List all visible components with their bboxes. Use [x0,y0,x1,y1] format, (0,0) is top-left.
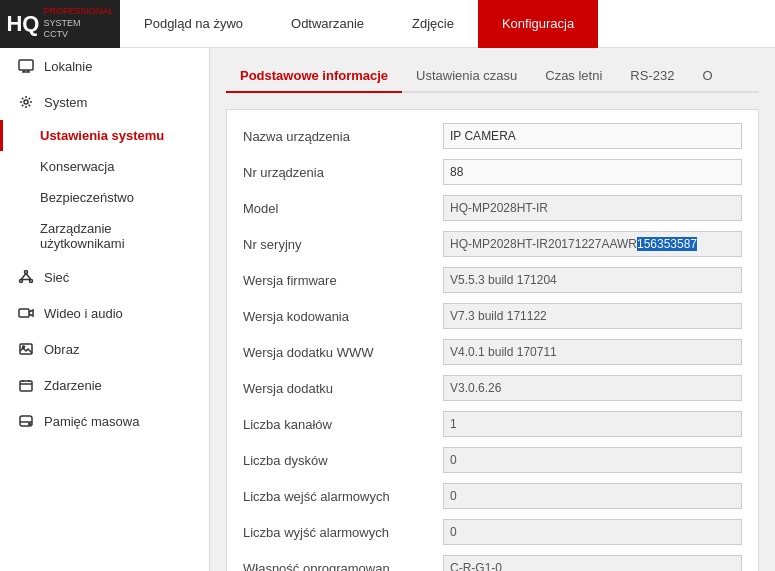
sidebar-item-zdarzenie[interactable]: Zdarzenie [0,367,209,403]
value-disks [443,447,742,473]
sidebar: Lokalnie System Ustawienia systemu Konse… [0,48,210,571]
serial-highlighted-text: 156353587 [637,237,697,251]
form-row-encoding: Wersja kodowania [243,302,742,330]
sidebar-sub-konserwacja[interactable]: Konserwacja [0,151,209,182]
value-serial: HQ-MP2028HT-IR20171227AAWR156353587 [443,231,742,257]
label-addon: Wersja dodatku [243,381,443,396]
form-row-web-addon: Wersja dodatku WWW [243,338,742,366]
serial-normal-text: HQ-MP2028HT-IR20171227AAWR [450,237,637,251]
sidebar-label-konserwacja: Konserwacja [40,159,114,174]
input-firmware [443,267,742,293]
svg-rect-0 [19,60,33,70]
label-alarm-in: Liczba wejść alarmowych [243,489,443,504]
svg-rect-11 [19,309,29,317]
label-firmware: Wersja firmware [243,273,443,288]
sidebar-item-system[interactable]: System [0,84,209,120]
sidebar-label-bezpieczenstwo: Bezpieczeństwo [40,190,134,205]
value-device-number [443,159,742,185]
form-row-model: Model [243,194,742,222]
logo-tagline: PROFESSIONAL SYSTEM CCTV [43,6,113,41]
value-encoding [443,303,742,329]
value-property [443,555,742,571]
form-row-channels: Liczba kanałów [243,410,742,438]
form-row-alarm-in: Liczba wejść alarmowych [243,482,742,510]
label-encoding: Wersja kodowania [243,309,443,324]
form-row-property: Własność oprogramowan... [243,554,742,571]
label-device-name: Nazwa urządzenia [243,129,443,144]
label-alarm-out: Liczba wyjść alarmowych [243,525,443,540]
form-row-firmware: Wersja firmware [243,266,742,294]
value-firmware [443,267,742,293]
label-channels: Liczba kanałów [243,417,443,432]
nav-config[interactable]: Konfiguracja [478,0,598,48]
image-icon [16,341,36,357]
network-icon [16,269,36,285]
tab-time-settings[interactable]: Ustawienia czasu [402,60,531,93]
value-model [443,195,742,221]
sidebar-label-ustawienia-systemu: Ustawienia systemu [40,128,164,143]
tab-dst[interactable]: Czas letni [531,60,616,93]
tab-about[interactable]: O [688,60,726,93]
tab-rs232[interactable]: RS-232 [616,60,688,93]
value-alarm-out [443,519,742,545]
input-encoding [443,303,742,329]
sidebar-label-zarzadzanie-uzytkownikami: Zarządzanie użytkownikami [40,221,125,251]
value-channels [443,411,742,437]
svg-point-4 [24,100,28,104]
input-model [443,195,742,221]
label-device-number: Nr urządzenia [243,165,443,180]
sidebar-item-wideo[interactable]: Wideo i audio [0,295,209,331]
label-model: Model [243,201,443,216]
sidebar-item-siec[interactable]: Sieć [0,259,209,295]
form-row-serial: Nr seryjny HQ-MP2028HT-IR20171227AAWR156… [243,230,742,258]
label-serial: Nr seryjny [243,237,443,252]
nav-photo[interactable]: Zdjęcie [388,0,478,48]
sidebar-label-siec: Sieć [44,270,69,285]
sidebar-sub-bezpieczenstwo[interactable]: Bezpieczeństwo [0,182,209,213]
sidebar-sub-zarzadzanie-uzytkownikami[interactable]: Zarządzanie użytkownikami [0,213,209,259]
form-row-device-name: Nazwa urządzenia [243,122,742,150]
value-device-name [443,123,742,149]
hdd-icon [16,413,36,429]
sidebar-label-pamiec: Pamięć masowa [44,414,139,429]
svg-line-9 [26,274,31,280]
sidebar-item-pamiec[interactable]: Pamięć masowa [0,403,209,439]
nav-playback[interactable]: Odtwarzanie [267,0,388,48]
label-property: Własność oprogramowan... [243,561,443,572]
svg-rect-14 [20,381,32,391]
input-property [443,555,742,571]
tab-basic-info[interactable]: Podstawowe informacje [226,60,402,93]
input-alarm-out [443,519,742,545]
tab-bar: Podstawowe informacje Ustawienia czasu C… [226,60,759,93]
input-device-name[interactable] [443,123,742,149]
value-addon [443,375,742,401]
value-web-addon [443,339,742,365]
logo: HQ PROFESSIONAL SYSTEM CCTV [0,0,120,48]
sidebar-sub-ustawienia-systemu[interactable]: Ustawienia systemu [0,120,209,151]
input-web-addon [443,339,742,365]
nav-live[interactable]: Podgląd na żywo [120,0,267,48]
input-channels [443,411,742,437]
form-row-alarm-out: Liczba wyjść alarmowych [243,518,742,546]
layout: Lokalnie System Ustawienia systemu Konse… [0,48,775,571]
input-disks [443,447,742,473]
sidebar-label-zdarzenie: Zdarzenie [44,378,102,393]
svg-point-20 [29,423,31,425]
form-row-device-number: Nr urządzenia [243,158,742,186]
main-nav: Podgląd na żywo Odtwarzanie Zdjęcie Konf… [120,0,775,48]
sidebar-item-obraz[interactable]: Obraz [0,331,209,367]
input-addon [443,375,742,401]
main-content: Podstawowe informacje Ustawienia czasu C… [210,48,775,571]
svg-line-8 [21,274,26,280]
header: HQ PROFESSIONAL SYSTEM CCTV Podgląd na ż… [0,0,775,48]
label-web-addon: Wersja dodatku WWW [243,345,443,360]
input-device-number[interactable] [443,159,742,185]
form-row-addon: Wersja dodatku [243,374,742,402]
form-section: Nazwa urządzenia Nr urządzenia Model Nr … [226,109,759,571]
sidebar-label-lokalnie: Lokalnie [44,59,92,74]
sidebar-item-lokalnie[interactable]: Lokalnie [0,48,209,84]
label-disks: Liczba dysków [243,453,443,468]
calendar-icon [16,377,36,393]
sidebar-label-wideo: Wideo i audio [44,306,123,321]
camera-icon [16,305,36,321]
